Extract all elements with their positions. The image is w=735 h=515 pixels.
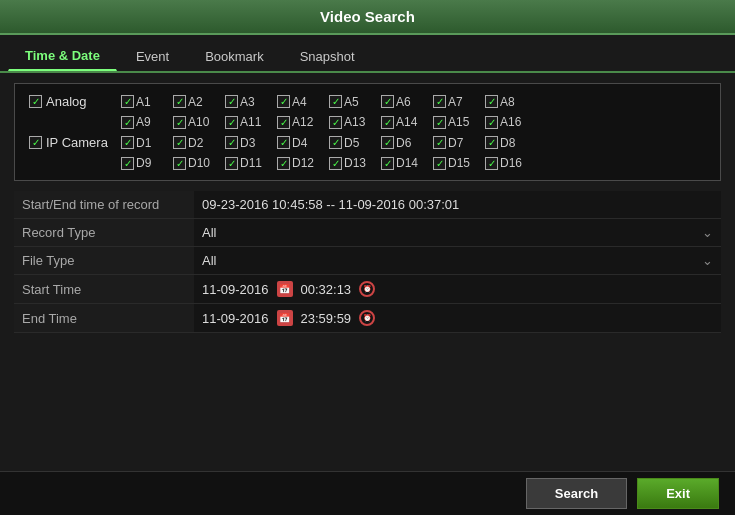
cam-d13-checkbox[interactable]: ✓ (329, 157, 342, 170)
cam-a13-checkbox[interactable]: ✓ (329, 116, 342, 129)
cam-a15-checkbox[interactable]: ✓ (433, 116, 446, 129)
cam-a13: ✓ A13 (329, 115, 379, 129)
cam-a1: ✓ A1 (121, 95, 171, 109)
cam-a8: ✓ A8 (485, 95, 535, 109)
file-type-row: File Type All ⌄ (14, 247, 721, 275)
cam-d12-checkbox[interactable]: ✓ (277, 157, 290, 170)
cam-d1: ✓ D1 (121, 136, 171, 150)
cam-d16: ✓ D16 (485, 156, 535, 170)
cam-d9-checkbox[interactable]: ✓ (121, 157, 134, 170)
cam-d16-checkbox[interactable]: ✓ (485, 157, 498, 170)
cam-a9-checkbox[interactable]: ✓ (121, 116, 134, 129)
cam-d4: ✓ D4 (277, 136, 327, 150)
start-end-row: Start/End time of record 09-23-2016 10:4… (14, 191, 721, 219)
cam-d7-checkbox[interactable]: ✓ (433, 136, 446, 149)
cam-a9: ✓ A9 (121, 115, 171, 129)
end-time-value: 11-09-2016 📅 23:59:59 ⏰ (194, 304, 721, 333)
title-text: Video Search (320, 8, 415, 25)
search-button[interactable]: Search (526, 478, 627, 509)
end-time-field-row: 11-09-2016 📅 23:59:59 ⏰ (202, 310, 713, 326)
cam-a12-checkbox[interactable]: ✓ (277, 116, 290, 129)
cam-d9: ✓ D9 (121, 156, 171, 170)
analog-row-2: ✓ A9 ✓ A10 ✓ A11 ✓ A12 ✓ A13 ✓ A14 (29, 115, 706, 129)
start-end-label: Start/End time of record (14, 191, 194, 219)
cam-a1-checkbox[interactable]: ✓ (121, 95, 134, 108)
end-time-calendar-icon[interactable]: 📅 (277, 310, 293, 326)
cam-a4-checkbox[interactable]: ✓ (277, 95, 290, 108)
cam-d2: ✓ D2 (173, 136, 223, 150)
cam-d8-checkbox[interactable]: ✓ (485, 136, 498, 149)
record-type-dropdown-icon[interactable]: ⌄ (702, 225, 713, 240)
cam-a6: ✓ A6 (381, 95, 431, 109)
tab-snapshot[interactable]: Snapshot (283, 42, 372, 71)
cam-d15: ✓ D15 (433, 156, 483, 170)
cam-d6-checkbox[interactable]: ✓ (381, 136, 394, 149)
start-time-calendar-icon[interactable]: 📅 (277, 281, 293, 297)
cam-a2: ✓ A2 (173, 95, 223, 109)
tab-bookmark[interactable]: Bookmark (188, 42, 281, 71)
record-type-label: Record Type (14, 219, 194, 247)
cam-a7-checkbox[interactable]: ✓ (433, 95, 446, 108)
cam-a3-checkbox[interactable]: ✓ (225, 95, 238, 108)
start-time-date: 11-09-2016 (202, 282, 269, 297)
ip-checkbox[interactable]: ✓ (29, 136, 42, 149)
cam-d7: ✓ D7 (433, 136, 483, 150)
cam-d14: ✓ D14 (381, 156, 431, 170)
cam-d11-checkbox[interactable]: ✓ (225, 157, 238, 170)
main-content: ✓ Analog ✓ A1 ✓ A2 ✓ A3 ✓ A4 ✓ A5 (0, 73, 735, 343)
end-time-clock-icon[interactable]: ⏰ (359, 310, 375, 326)
cam-a16-checkbox[interactable]: ✓ (485, 116, 498, 129)
file-type-label: File Type (14, 247, 194, 275)
info-table: Start/End time of record 09-23-2016 10:4… (14, 191, 721, 333)
cam-d5: ✓ D5 (329, 136, 379, 150)
start-time-clock-icon[interactable]: ⏰ (359, 281, 375, 297)
cam-d3-checkbox[interactable]: ✓ (225, 136, 238, 149)
cam-d6: ✓ D6 (381, 136, 431, 150)
cam-a6-checkbox[interactable]: ✓ (381, 95, 394, 108)
cam-a11-checkbox[interactable]: ✓ (225, 116, 238, 129)
end-time-label: End Time (14, 304, 194, 333)
cam-a16: ✓ A16 (485, 115, 535, 129)
exit-button[interactable]: Exit (637, 478, 719, 509)
start-time-label: Start Time (14, 275, 194, 304)
cam-d5-checkbox[interactable]: ✓ (329, 136, 342, 149)
cam-a2-checkbox[interactable]: ✓ (173, 95, 186, 108)
analog-checkbox[interactable]: ✓ (29, 95, 42, 108)
cam-a14: ✓ A14 (381, 115, 431, 129)
cam-a10-checkbox[interactable]: ✓ (173, 116, 186, 129)
camera-selection-box: ✓ Analog ✓ A1 ✓ A2 ✓ A3 ✓ A4 ✓ A5 (14, 83, 721, 181)
cam-a11: ✓ A11 (225, 115, 275, 129)
cam-d10-checkbox[interactable]: ✓ (173, 157, 186, 170)
start-time-clock: 00:32:13 (301, 282, 352, 297)
start-time-field-row: 11-09-2016 📅 00:32:13 ⏰ (202, 281, 713, 297)
cam-d14-checkbox[interactable]: ✓ (381, 157, 394, 170)
cam-d1-checkbox[interactable]: ✓ (121, 136, 134, 149)
cam-a8-checkbox[interactable]: ✓ (485, 95, 498, 108)
cam-d2-checkbox[interactable]: ✓ (173, 136, 186, 149)
cam-d4-checkbox[interactable]: ✓ (277, 136, 290, 149)
cam-d13: ✓ D13 (329, 156, 379, 170)
cam-a7: ✓ A7 (433, 95, 483, 109)
analog-group-label: ✓ Analog (29, 94, 119, 109)
cam-a14-checkbox[interactable]: ✓ (381, 116, 394, 129)
cam-a5-checkbox[interactable]: ✓ (329, 95, 342, 108)
ip-group-label: ✓ IP Camera (29, 135, 119, 150)
file-type-dropdown-icon[interactable]: ⌄ (702, 253, 713, 268)
record-type-value[interactable]: All ⌄ (194, 219, 721, 247)
ip-row-1: ✓ IP Camera ✓ D1 ✓ D2 ✓ D3 ✓ D4 ✓ D5 (29, 135, 706, 150)
cam-d3: ✓ D3 (225, 136, 275, 150)
cam-a3: ✓ A3 (225, 95, 275, 109)
record-type-row: Record Type All ⌄ (14, 219, 721, 247)
start-end-value: 09-23-2016 10:45:58 -- 11-09-2016 00:37:… (194, 191, 721, 219)
cam-a10: ✓ A10 (173, 115, 223, 129)
cam-d12: ✓ D12 (277, 156, 327, 170)
tab-time-date[interactable]: Time & Date (8, 41, 117, 71)
tab-event[interactable]: Event (119, 42, 186, 71)
cam-d15-checkbox[interactable]: ✓ (433, 157, 446, 170)
cam-d8: ✓ D8 (485, 136, 535, 150)
file-type-value[interactable]: All ⌄ (194, 247, 721, 275)
title-bar: Video Search (0, 0, 735, 35)
cam-a5: ✓ A5 (329, 95, 379, 109)
cam-a12: ✓ A12 (277, 115, 327, 129)
bottom-bar: Search Exit (0, 471, 735, 515)
